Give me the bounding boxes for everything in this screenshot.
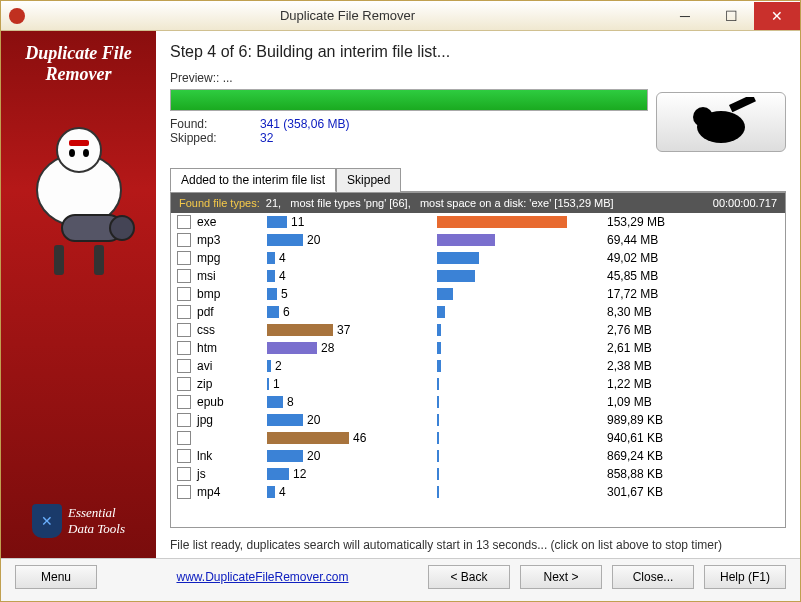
list-rows[interactable]: exe11153,29 MBmp32069,44 MBmpg449,02 MBm…: [171, 213, 785, 527]
file-icon: [177, 431, 191, 445]
ext-label: lnk: [197, 449, 267, 463]
count-bar: 11: [267, 215, 437, 229]
elapsed-time: 00:00:00.717: [713, 197, 777, 209]
list-item[interactable]: pdf68,30 MB: [171, 303, 785, 321]
count-bar: 8: [267, 395, 437, 409]
count-bar: 6: [267, 305, 437, 319]
step-title: Step 4 of 6: Building an interim file li…: [170, 43, 786, 61]
maximize-button[interactable]: ☐: [708, 2, 754, 30]
ext-label: jpg: [197, 413, 267, 427]
sheep-animation-box: [656, 92, 786, 152]
minimize-button[interactable]: ─: [662, 2, 708, 30]
size-label: 2,76 MB: [607, 323, 779, 337]
ext-label: js: [197, 467, 267, 481]
skipped-label: Skipped:: [170, 131, 230, 145]
file-icon: [177, 269, 191, 283]
size-label: 989,89 KB: [607, 413, 779, 427]
count-bar: 12: [267, 467, 437, 481]
svg-rect-8: [94, 245, 104, 275]
file-icon: [177, 449, 191, 463]
svg-rect-7: [54, 245, 64, 275]
list-item[interactable]: epub81,09 MB: [171, 393, 785, 411]
size-label: 45,85 MB: [607, 269, 779, 283]
preview-label: Preview:: ...: [170, 71, 786, 85]
size-label: 1,22 MB: [607, 377, 779, 391]
list-item[interactable]: mp44301,67 KB: [171, 483, 785, 501]
titlebar: Duplicate File Remover ─ ☐ ✕: [1, 1, 800, 31]
tab-added[interactable]: Added to the interim file list: [170, 168, 336, 192]
close-button[interactable]: ✕: [754, 2, 800, 30]
skipped-value: 32: [260, 131, 273, 145]
shield-icon: [32, 504, 62, 538]
list-item[interactable]: mpg449,02 MB: [171, 249, 785, 267]
ext-label: bmp: [197, 287, 267, 301]
list-item[interactable]: mp32069,44 MB: [171, 231, 785, 249]
back-button[interactable]: < Back: [428, 565, 510, 589]
size-bar: [437, 468, 607, 480]
app-window: Duplicate File Remover ─ ☐ ✕ Duplicate F…: [0, 0, 801, 602]
svg-rect-11: [729, 97, 756, 112]
app-logo-text: Duplicate File Remover: [25, 43, 132, 85]
count-bar: 46: [267, 431, 437, 445]
size-bar: [437, 450, 607, 462]
size-label: 49,02 MB: [607, 251, 779, 265]
size-bar: [437, 360, 607, 372]
app-icon: [9, 8, 25, 24]
count-bar: 28: [267, 341, 437, 355]
file-icon: [177, 251, 191, 265]
sidebar: Duplicate File Remover: [1, 31, 156, 558]
menu-button[interactable]: Menu: [15, 565, 97, 589]
size-bar: [437, 270, 607, 282]
size-bar: [437, 396, 607, 408]
file-icon: [177, 341, 191, 355]
list-item[interactable]: jpg20989,89 KB: [171, 411, 785, 429]
tabs: Added to the interim file list Skipped: [170, 167, 786, 192]
main-panel: Step 4 of 6: Building an interim file li…: [156, 31, 800, 558]
size-label: 17,72 MB: [607, 287, 779, 301]
list-item[interactable]: htm282,61 MB: [171, 339, 785, 357]
count-bar: 1: [267, 377, 437, 391]
found-value: 341 (358,06 MB): [260, 117, 349, 131]
file-icon: [177, 323, 191, 337]
size-label: 2,38 MB: [607, 359, 779, 373]
list-item[interactable]: css372,76 MB: [171, 321, 785, 339]
ext-label: css: [197, 323, 267, 337]
file-icon: [177, 215, 191, 229]
size-label: 69,44 MB: [607, 233, 779, 247]
list-item[interactable]: avi22,38 MB: [171, 357, 785, 375]
size-bar: [437, 486, 607, 498]
count-bar: 37: [267, 323, 437, 337]
next-button[interactable]: Next >: [520, 565, 602, 589]
list-item[interactable]: zip11,22 MB: [171, 375, 785, 393]
count-bar: 20: [267, 233, 437, 247]
list-item[interactable]: js12858,88 KB: [171, 465, 785, 483]
ext-label: epub: [197, 395, 267, 409]
ext-label: msi: [197, 269, 267, 283]
list-item[interactable]: lnk20869,24 KB: [171, 447, 785, 465]
window-title: Duplicate File Remover: [33, 8, 662, 23]
tab-skipped[interactable]: Skipped: [336, 168, 401, 192]
size-label: 8,30 MB: [607, 305, 779, 319]
size-label: 869,24 KB: [607, 449, 779, 463]
size-label: 1,09 MB: [607, 395, 779, 409]
website-link[interactable]: www.DuplicateFileRemover.com: [107, 570, 418, 584]
help-button[interactable]: Help (F1): [704, 565, 786, 589]
list-item[interactable]: 46940,61 KB: [171, 429, 785, 447]
list-item[interactable]: exe11153,29 MB: [171, 213, 785, 231]
svg-point-6: [110, 216, 134, 240]
svg-point-3: [69, 149, 75, 157]
count-bar: 4: [267, 485, 437, 499]
list-item[interactable]: bmp517,72 MB: [171, 285, 785, 303]
list-item[interactable]: msi445,85 MB: [171, 267, 785, 285]
count-bar: 4: [267, 251, 437, 265]
size-label: 858,88 KB: [607, 467, 779, 481]
file-icon: [177, 485, 191, 499]
file-icon: [177, 377, 191, 391]
close-dialog-button[interactable]: Close...: [612, 565, 694, 589]
size-bar: [437, 288, 607, 300]
found-label: Found:: [170, 117, 230, 131]
file-icon: [177, 305, 191, 319]
count-bar: 20: [267, 413, 437, 427]
mascot-image: [7, 95, 150, 504]
file-type-list[interactable]: Found file types: 21, most file types 'p…: [170, 192, 786, 528]
